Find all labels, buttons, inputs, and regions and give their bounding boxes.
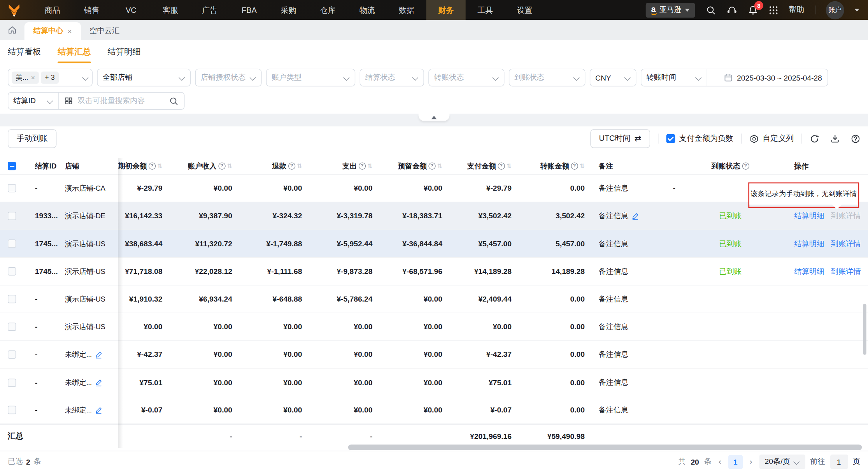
utc-time-toggle-button[interactable]: UTC时间 ⇄ — [590, 129, 650, 148]
help-tooltip-icon[interactable]: ? — [218, 162, 226, 170]
filter-tag[interactable]: + 3 — [41, 72, 58, 84]
sort-icon[interactable]: ⇅ — [227, 162, 232, 170]
help-tooltip-icon[interactable]: ? — [148, 162, 156, 170]
filter-select[interactable]: 结算状态 — [360, 69, 424, 87]
next-page-button[interactable]: › — [747, 457, 754, 467]
prev-page-button[interactable]: ‹ — [717, 457, 723, 467]
filter-select[interactable]: 转账状态 — [428, 69, 504, 87]
help-tooltip-icon[interactable]: ? — [498, 162, 505, 170]
row-checkbox[interactable] — [8, 406, 16, 414]
nav-item[interactable]: 采购 — [269, 0, 308, 20]
help-tooltip-icon[interactable]: ? — [571, 162, 578, 170]
shop-edit-icon[interactable] — [95, 406, 102, 414]
chevron-down-icon — [344, 75, 350, 81]
headset-icon[interactable] — [727, 5, 737, 15]
nav-item[interactable]: 客服 — [151, 0, 190, 20]
sort-icon[interactable]: ⇅ — [580, 162, 585, 170]
help-circle-icon[interactable] — [851, 134, 860, 143]
custom-columns-button[interactable]: 自定义列 — [749, 133, 794, 144]
help-link[interactable]: 帮助 — [789, 5, 804, 15]
home-icon-button[interactable] — [0, 20, 25, 40]
date-range-input[interactable]: 2025-03-30 ~ 2025-04-28 — [718, 73, 828, 82]
help-tooltip-icon[interactable]: ? — [742, 162, 749, 170]
batch-search-icon[interactable] — [64, 97, 73, 105]
nav-item[interactable]: 广告 — [190, 0, 230, 20]
notifications-bell-icon[interactable]: 8 — [748, 5, 758, 15]
subtab-settlement-detail[interactable]: 结算明细 — [107, 40, 140, 63]
settlement-detail-link[interactable]: 结算明细 — [794, 239, 824, 249]
horizontal-scrollbar[interactable] — [348, 445, 862, 450]
date-type-select[interactable]: 转账时间 — [641, 69, 707, 86]
row-checkbox[interactable] — [8, 295, 16, 303]
row-checkbox[interactable] — [8, 378, 16, 386]
page-size-select[interactable]: 20条/页 — [759, 454, 805, 469]
help-tooltip-icon[interactable]: ? — [288, 162, 296, 170]
filter-select[interactable]: 店铺授权状态 — [195, 69, 261, 87]
help-tooltip-icon[interactable]: ? — [428, 162, 436, 170]
row-checkbox[interactable] — [8, 323, 16, 331]
search-submit-icon[interactable] — [169, 96, 179, 105]
filter-select[interactable]: 到账状态 — [509, 69, 586, 87]
search-field-select[interactable]: 结算ID — [8, 93, 59, 109]
nav-item[interactable]: VC — [111, 0, 151, 20]
filter-select[interactable]: 账户类型 — [266, 69, 355, 87]
row-checkbox[interactable] — [8, 350, 16, 358]
search-icon[interactable] — [706, 5, 716, 15]
goto-page-input[interactable]: 1 — [830, 454, 848, 469]
search-input[interactable]: 双击可批量搜索内容 — [77, 96, 145, 106]
nav-item[interactable]: 销售 — [72, 0, 111, 20]
nav-item[interactable]: 工具 — [466, 0, 505, 20]
settlement-detail-link[interactable]: 结算明细 — [794, 267, 824, 277]
refresh-icon[interactable] — [810, 134, 819, 143]
tab-airwallex[interactable]: 空中云汇 — [81, 22, 128, 40]
sort-icon[interactable]: ⇅ — [367, 162, 372, 170]
subtab-settlement-summary[interactable]: 结算汇总 — [58, 40, 91, 63]
checkbox-checked-icon[interactable] — [666, 134, 675, 143]
account-button[interactable]: 账户 — [826, 1, 844, 19]
nav-item[interactable]: 商品 — [33, 0, 72, 20]
nav-item[interactable]: FBA — [230, 0, 269, 20]
close-icon[interactable]: × — [31, 74, 35, 81]
remark-edit-icon[interactable] — [631, 212, 639, 220]
row-checkbox[interactable] — [8, 212, 16, 220]
column-label: 退款 — [272, 161, 286, 171]
row-checkbox[interactable] — [8, 239, 16, 247]
nav-item[interactable]: 数据 — [387, 0, 426, 20]
select-all-checkbox[interactable] — [8, 162, 16, 170]
sort-icon[interactable]: ⇅ — [437, 162, 442, 170]
arrival-detail-link[interactable]: 到账详情 — [831, 239, 861, 249]
settlement-detail-link[interactable]: 结算明细 — [794, 211, 824, 221]
subtab-settlement-board[interactable]: 结算看板 — [8, 40, 41, 63]
current-page[interactable]: 1 — [728, 455, 743, 469]
cell-settlement-id: - — [26, 350, 62, 358]
row-checkbox[interactable] — [8, 184, 16, 192]
apps-grid-icon[interactable] — [769, 5, 778, 15]
help-tooltip-icon[interactable]: ? — [358, 162, 366, 170]
tab-settlement-center[interactable]: 结算中心 × — [25, 22, 81, 40]
filter-select[interactable]: 全部店铺 — [97, 69, 191, 87]
arrival-detail-link[interactable]: 到账详情 — [831, 267, 861, 277]
manual-arrival-button[interactable]: 手动到账 — [8, 129, 56, 148]
download-icon[interactable] — [830, 134, 840, 143]
marketplace-filter[interactable]: 美...×+ 3 — [8, 69, 93, 87]
vertical-scrollbar[interactable] — [863, 304, 866, 355]
shop-edit-icon[interactable] — [95, 351, 102, 358]
brand-fox-logo-icon[interactable] — [7, 2, 21, 17]
sort-icon[interactable]: ⇅ — [507, 162, 512, 170]
nav-item[interactable]: 物流 — [347, 0, 387, 20]
nav-item[interactable]: 仓库 — [308, 0, 347, 20]
date-filter-group[interactable]: 转账时间2025-03-30 ~ 2025-04-28 — [641, 69, 828, 87]
column-header-expense: 支出?⇅ — [308, 161, 378, 171]
sort-icon[interactable]: ⇅ — [297, 162, 302, 170]
close-icon[interactable]: × — [68, 27, 72, 35]
shop-edit-icon[interactable] — [95, 379, 102, 386]
nav-item[interactable]: 设置 — [505, 0, 544, 20]
filter-tag[interactable]: 美...× — [12, 72, 39, 84]
marketplace-selector[interactable]: a 亚马逊 — [645, 2, 695, 17]
filter-select[interactable]: CNY — [590, 69, 637, 87]
nav-item[interactable]: 财务 — [426, 0, 466, 20]
row-checkbox[interactable] — [8, 267, 16, 275]
sort-icon[interactable]: ⇅ — [157, 162, 162, 170]
negative-payment-toggle[interactable]: 支付金额为负数 — [666, 133, 733, 144]
collapse-filters-button[interactable] — [419, 114, 450, 121]
